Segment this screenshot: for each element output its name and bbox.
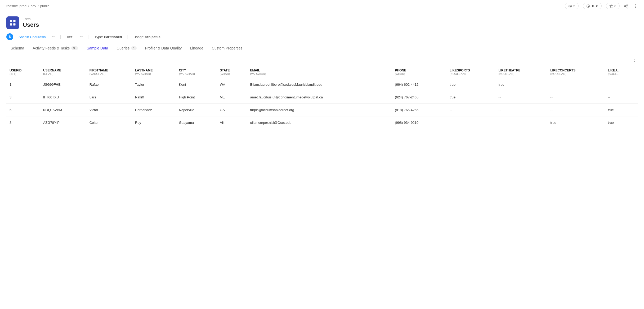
cell-phone: (998) 934-9210 — [392, 116, 446, 129]
cell-phone: (664) 602-4412 — [392, 78, 446, 91]
cell-firstname: Victor — [86, 104, 132, 116]
svg-line-7 — [625, 5, 627, 6]
breadcrumb: redshift_prod / dev / public — [6, 4, 49, 8]
svg-point-3 — [627, 4, 628, 5]
edit-owner-icon[interactable]: ✏ — [52, 35, 55, 39]
cell-likesports: -- — [446, 104, 495, 116]
cell-email: amet.faucibus.ut@condimentumegetvolutpat… — [247, 91, 392, 104]
tab-queries[interactable]: Queries 1 — [112, 43, 141, 53]
stars-pill[interactable]: 3 — [606, 3, 620, 9]
col-likeconcerts: LIKECONCERTS (BOOLEAN) — [547, 66, 605, 78]
cell-userid: 1 — [6, 78, 40, 91]
col-liketheatre: LIKETHEATRE (BOOLEAN) — [495, 66, 547, 78]
breadcrumb-part-2[interactable]: dev — [31, 4, 36, 8]
cell-userid: 8 — [6, 116, 40, 129]
toolbar: ⋮ — [0, 53, 644, 66]
header-actions: 5 10.8 3 — [565, 3, 638, 9]
cell-city: High Point — [176, 91, 217, 104]
cell-likeconcerts: -- — [547, 78, 605, 91]
svg-line-6 — [625, 6, 627, 7]
cell-username: IFT66TXU — [40, 91, 86, 104]
cell-liketheatre: -- — [495, 91, 547, 104]
table-row: 1JSG99FHERafaelTaylorKentWAEtiam.laoreet… — [6, 78, 638, 91]
tab-profiler[interactable]: Profiler & Data Quality — [141, 43, 186, 53]
entity-name: Users — [23, 21, 39, 28]
table-row: 6NDQ15VBMVictorHernandezNapervilleGAturp… — [6, 104, 638, 116]
clock-icon — [586, 4, 590, 8]
entity-header: users Users — [0, 12, 644, 32]
tab-sample-data[interactable]: Sample Data — [82, 43, 112, 53]
col-lastname: LASTNAME (VARCHAR) — [132, 66, 176, 78]
cell-city: Guayama — [176, 116, 217, 129]
cell-lastname: Ratliff — [132, 91, 176, 104]
meta-bar: S Sachin Chaurasia ✏ | Tier1 ✏ | Type: P… — [0, 32, 644, 43]
entity-title-group: users Users — [23, 17, 39, 28]
owner-link[interactable]: Sachin Chaurasia — [19, 35, 46, 39]
cell-firstname: Lars — [86, 91, 132, 104]
cell-state: ME — [217, 91, 247, 104]
table-icon — [9, 19, 16, 26]
cell-liketheatre: true — [495, 78, 547, 91]
history-pill[interactable]: 10.8 — [583, 3, 601, 9]
star-icon — [609, 4, 613, 8]
cell-likeconcerts: -- — [547, 91, 605, 104]
cell-city: Naperville — [176, 104, 217, 116]
cell-username: AZG78YIP — [40, 116, 86, 129]
svg-point-8 — [635, 4, 636, 5]
cell-userid: 6 — [6, 104, 40, 116]
tab-lineage[interactable]: Lineage — [186, 43, 208, 53]
cell-firstname: Rafael — [86, 78, 132, 91]
stars-count: 3 — [614, 4, 616, 8]
col-phone: PHONE (CHAR) — [392, 66, 446, 78]
svg-rect-13 — [10, 23, 12, 25]
table-more-button[interactable]: ⋮ — [632, 56, 638, 63]
col-firstname: FIRSTNAME (VARCHAR) — [86, 66, 132, 78]
col-userid: USERID (INT) — [6, 66, 40, 78]
col-username: USERNAME (CHAR) — [40, 66, 86, 78]
tab-schema[interactable]: Schema — [6, 43, 28, 53]
type-info: Type: Partitioned — [95, 35, 122, 39]
cell-firstname: Colton — [86, 116, 132, 129]
svg-rect-14 — [13, 23, 15, 25]
watchers-pill[interactable]: 5 — [565, 3, 579, 9]
breadcrumb-sep-1: / — [28, 4, 29, 8]
entity-icon — [6, 16, 19, 29]
cell-email: Etiam.laoreet.libero@sodalesMaurisblandi… — [247, 78, 392, 91]
svg-rect-11 — [10, 20, 12, 22]
cell-lastname: Hernandez — [132, 104, 176, 116]
tabs-bar: Schema Activity Feeds & Tasks 35 Sample … — [0, 43, 644, 53]
sample-data-table-container: USERID (INT) USERNAME (CHAR) FIRSTNAME (… — [0, 66, 644, 135]
cell-likeconcerts: true — [547, 116, 605, 129]
tab-custom[interactable]: Custom Properties — [208, 43, 247, 53]
cell-liketheatre: -- — [495, 116, 547, 129]
cell-likej: -- — [605, 78, 638, 91]
edit-tier-icon[interactable]: ✏ — [80, 35, 83, 39]
cell-state: GA — [217, 104, 247, 116]
table-row: 3IFT66TXULarsRatliffHigh PointMEamet.fau… — [6, 91, 638, 104]
breadcrumb-part-1[interactable]: redshift_prod — [6, 4, 26, 8]
col-email: EMAIL (VARCHAR) — [247, 66, 392, 78]
breadcrumb-part-3[interactable]: public — [40, 4, 49, 8]
more-button[interactable] — [633, 4, 638, 8]
svg-point-0 — [570, 6, 571, 7]
avatar: S — [6, 33, 13, 40]
tab-activity[interactable]: Activity Feeds & Tasks 35 — [28, 43, 82, 53]
history-value: 10.8 — [591, 4, 598, 8]
cell-likej: -- — [605, 91, 638, 104]
cell-lastname: Roy — [132, 116, 176, 129]
cell-email: turpis@accumsanlaoreet.org — [247, 104, 392, 116]
breadcrumb-bar: redshift_prod / dev / public 5 10.8 3 — [0, 0, 644, 12]
share-button[interactable] — [624, 4, 629, 8]
svg-point-5 — [627, 7, 628, 8]
svg-point-10 — [635, 7, 636, 8]
table-row: 8AZG78YIPColtonRoyGuayamaAKullamcorper.n… — [6, 116, 638, 129]
sample-data-table: USERID (INT) USERNAME (CHAR) FIRSTNAME (… — [6, 66, 638, 129]
cell-username: NDQ15VBM — [40, 104, 86, 116]
eye-icon — [568, 4, 572, 8]
svg-marker-2 — [610, 4, 613, 7]
cell-state: WA — [217, 78, 247, 91]
entity-sub-label: users — [23, 17, 39, 21]
svg-point-9 — [635, 6, 636, 6]
svg-point-4 — [624, 5, 626, 7]
cell-phone: (624) 767-2465 — [392, 91, 446, 104]
